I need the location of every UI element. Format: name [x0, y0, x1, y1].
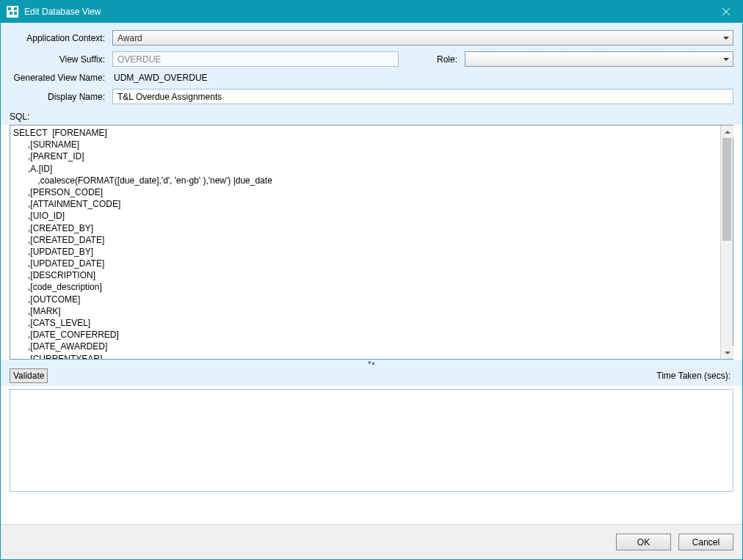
app-icon: [7, 6, 18, 18]
sql-scrollbar[interactable]: [720, 126, 733, 359]
ok-button[interactable]: OK: [616, 534, 671, 550]
sql-editor[interactable]: [10, 126, 720, 359]
scroll-down-icon[interactable]: [721, 346, 733, 359]
scroll-up-icon[interactable]: [721, 126, 733, 138]
label-view-suffix: View Suffix:: [10, 54, 112, 65]
button-bar: OK Cancel: [1, 524, 742, 559]
label-sql: SQL:: [1, 110, 742, 125]
form-area: Application Context: Award View Suffix: …: [1, 23, 742, 110]
cancel-button[interactable]: Cancel: [678, 534, 733, 550]
sql-editor-wrap: [10, 125, 733, 360]
results-panel: [10, 389, 733, 492]
titlebar: Edit Database View: [1, 1, 742, 23]
window-title: Edit Database View: [24, 7, 709, 17]
label-role: Role:: [421, 54, 465, 65]
role-value[interactable]: [465, 51, 733, 67]
app-context-value[interactable]: Award: [112, 30, 733, 46]
label-app-context: Application Context:: [10, 33, 112, 43]
close-icon: [722, 8, 730, 15]
validate-button[interactable]: Validate: [10, 368, 48, 383]
label-gen-view-name: Generated View Name:: [10, 73, 112, 83]
validate-bar: Validate Time Taken (secs):: [1, 366, 742, 386]
role-combo[interactable]: [465, 51, 733, 67]
label-display-name: Display Name:: [10, 92, 112, 102]
splitter-handle[interactable]: ▾▴: [1, 360, 742, 366]
app-context-combo[interactable]: Award: [112, 30, 733, 46]
close-button[interactable]: [709, 1, 742, 23]
view-suffix-input[interactable]: [112, 51, 399, 67]
scroll-thumb[interactable]: [722, 138, 731, 241]
gen-view-name-value: UDM_AWD_OVERDUE: [112, 73, 208, 83]
display-name-input[interactable]: [112, 89, 733, 104]
time-taken-label: Time Taken (secs):: [656, 371, 731, 381]
